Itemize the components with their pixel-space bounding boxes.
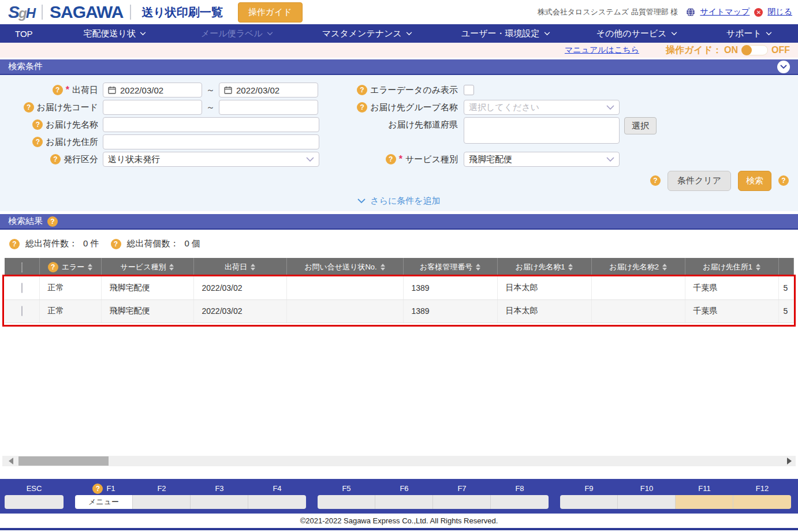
scroll-right-arrow[interactable] (785, 457, 793, 465)
dest-group-select[interactable]: 選択してください (464, 100, 620, 115)
sitemap-link[interactable]: サイトマップ (700, 7, 749, 17)
results-table: ?エラー サービス種別 出荷日 お問い合せ送り状No. お客様管理番号 お届け先… (5, 258, 794, 323)
col-header-tracking-no[interactable]: お問い合せ送り状No. (286, 258, 403, 276)
nav-label: ユーザー・環境設定 (461, 28, 540, 39)
chevron-down-icon (544, 32, 550, 36)
left-triangle-icon (9, 458, 13, 464)
col-header-name2[interactable]: お届け先名称2 (591, 258, 685, 276)
help-icon[interactable]: ? (778, 175, 789, 186)
spacer (549, 482, 560, 514)
fkey-slot-f2 (133, 495, 191, 509)
calendar-icon (224, 86, 232, 94)
table-row[interactable]: 正常 飛脚宅配便 2022/03/02 1389 日本太郎 千葉県 5 (5, 276, 793, 299)
nav-item-user-environment[interactable]: ユーザー・環境設定 (461, 28, 550, 39)
fkey-slot-f6 (375, 495, 433, 509)
dest-addr-input[interactable] (103, 134, 319, 149)
results-table-wrap: ?エラー サービス種別 出荷日 お問い合せ送り状No. お客様管理番号 お届け先… (0, 258, 798, 323)
search-form: ?*出荷日 2022/03/02 ～ 2022/03/02 ?お届け先コード ～… (0, 75, 798, 211)
help-icon[interactable]: ? (32, 137, 43, 147)
nav-item-takuhaibin-invoice[interactable]: 宅配便送り状 (84, 28, 146, 39)
help-icon[interactable]: ? (357, 85, 367, 95)
col-header-service[interactable]: サービス種別 (101, 258, 193, 276)
search-button[interactable]: 検索 (738, 171, 771, 191)
row-select-cell (5, 299, 39, 323)
spacer (0, 466, 798, 479)
table-row[interactable]: 正常 飛脚宅配便 2022/03/02 1389 日本太郎 千葉県 5 (5, 299, 793, 323)
col-header-error[interactable]: ?エラー (39, 258, 101, 276)
fkey-label: F4 (248, 482, 306, 495)
field-label: ?お届け先コード (0, 102, 103, 113)
help-icon[interactable]: ? (650, 175, 661, 186)
manual-link[interactable]: マニュアルはこちら (565, 45, 639, 55)
logo-letter: g (18, 5, 26, 21)
fkey-slot-f5 (318, 495, 375, 509)
fkey-slot-f7 (433, 495, 491, 509)
dest-code-from-input[interactable] (103, 100, 202, 115)
row-checkbox[interactable] (21, 283, 23, 293)
error-only-row: ?エラーデータのみ表示 (338, 83, 798, 98)
help-icon[interactable]: ? (53, 85, 63, 95)
ship-date-to-input[interactable]: 2022/03/02 (219, 83, 318, 98)
add-conditions-link[interactable]: さらに条件を追加 (0, 192, 798, 209)
pref-select-button[interactable]: 選択 (624, 117, 657, 134)
cell-name2 (591, 299, 685, 323)
help-icon[interactable]: ? (92, 484, 103, 494)
help-icon[interactable]: ? (32, 119, 43, 130)
help-icon[interactable]: ? (357, 102, 367, 113)
row-checkbox[interactable] (21, 306, 23, 316)
scrollbar-thumb[interactable] (18, 456, 109, 466)
guide-toggle[interactable] (741, 45, 768, 55)
dest-group-placeholder: 選択してください (469, 102, 539, 113)
help-icon[interactable]: ? (47, 216, 58, 227)
col-header-addr1[interactable]: お届け先住所1 (685, 258, 778, 276)
help-icon[interactable]: ? (111, 239, 121, 249)
copyright-text: ©2021-2022 Sagawa Express Co.,Ltd. All R… (300, 516, 498, 525)
required-mark: * (399, 154, 402, 164)
cell-ship-date: 2022/03/02 (193, 299, 286, 323)
horizontal-scrollbar[interactable] (2, 456, 796, 466)
select-all-checkbox[interactable] (21, 263, 23, 272)
fkey-label: F5 (318, 482, 375, 495)
search-buttons-row: ? 条件クリア 検索 ? (0, 169, 798, 192)
col-header-name1[interactable]: お届け先名称1 (497, 258, 591, 276)
scroll-left-arrow[interactable] (7, 457, 15, 465)
cell-tracking-no (286, 299, 403, 323)
clear-conditions-button[interactable]: 条件クリア (668, 171, 731, 191)
calendar-icon (108, 86, 116, 94)
range-tilde: ～ (206, 85, 215, 96)
col-header-label: お届け先名称1 (516, 262, 565, 272)
dest-name-input[interactable] (103, 117, 319, 132)
cell-service: 飛脚宅配便 (101, 299, 193, 323)
operation-guide-button[interactable]: 操作ガイド (238, 2, 303, 23)
help-icon[interactable]: ? (24, 102, 34, 113)
col-header-customer-no[interactable]: お客様管理番号 (403, 258, 497, 276)
help-icon[interactable]: ? (48, 262, 58, 272)
menu-function-button[interactable]: メニュー (75, 495, 133, 509)
cell-error: 正常 (39, 299, 101, 323)
nav-item-master-maintenance[interactable]: マスタメンテナンス (322, 28, 412, 39)
fkey-label: ?F1 (75, 482, 133, 495)
results-summary: ? 総出荷件数： 0 件 ? 総出荷個数： 0 個 (0, 230, 798, 258)
close-link[interactable]: 閉じる (767, 7, 792, 17)
fkey-label-text: F1 (106, 484, 115, 493)
nav-item-support[interactable]: サポート (726, 28, 772, 39)
dest-pref-textarea[interactable] (464, 117, 620, 144)
help-icon[interactable]: ? (9, 239, 20, 249)
help-icon[interactable]: ? (386, 154, 396, 164)
fkey-group-2: F5 F6 F7 F8 (318, 482, 549, 514)
error-only-checkbox[interactable] (464, 85, 474, 95)
search-form-left: ?*出荷日 2022/03/02 ～ 2022/03/02 ?お届け先コード ～… (0, 83, 338, 169)
issue-type-select[interactable]: 送り状未発行 (103, 152, 319, 167)
chevron-down-icon (766, 32, 772, 36)
collapse-panel-button[interactable] (777, 61, 790, 73)
col-header-ship-date[interactable]: 出荷日 (193, 258, 286, 276)
cell-clipped: 5 (778, 299, 793, 323)
service-type-select[interactable]: 飛脚宅配便 (464, 152, 620, 167)
help-icon[interactable]: ? (50, 154, 61, 164)
nav-item-top[interactable]: TOP (15, 29, 33, 39)
ship-date-from-input[interactable]: 2022/03/02 (103, 83, 202, 98)
function-key-bar: ESC ?F1 メニュー F2 F3 F4 (0, 479, 798, 514)
nav-item-other-services[interactable]: その他のサービス (596, 28, 677, 39)
sort-icon (381, 264, 385, 271)
dest-code-to-input[interactable] (219, 100, 318, 115)
